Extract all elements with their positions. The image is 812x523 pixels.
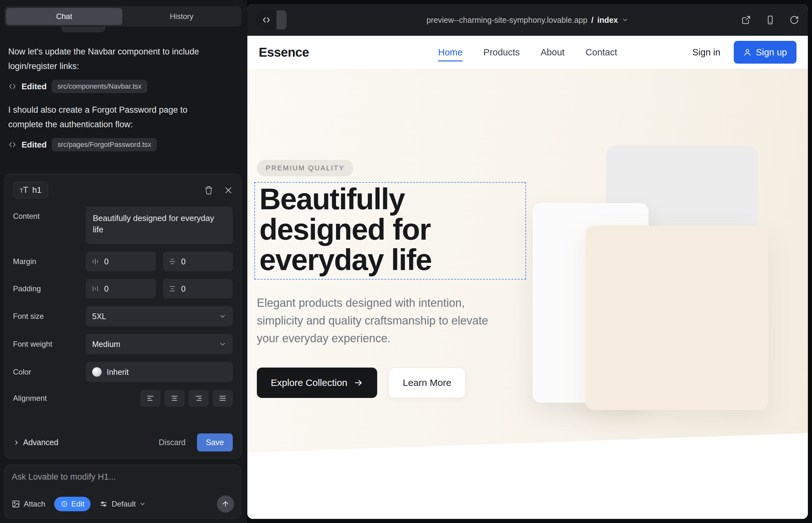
editor-footer: Advanced Discard Save [13,433,233,451]
app: Chat History Now let's update the Navbar… [0,0,812,523]
font-size-label: Font size [13,312,86,321]
padding-label: Padding [13,284,86,293]
sign-up-button[interactable]: Sign up [734,41,796,64]
brand-logo[interactable]: Essence [259,45,309,59]
padding-vertical-icon [91,285,99,292]
nav-link-home[interactable]: Home [438,47,462,61]
tab-history[interactable]: History [124,8,240,25]
alignment-buttons [86,390,233,407]
align-left-icon [146,394,155,402]
sliders-icon [100,500,108,508]
refresh-icon [790,15,799,25]
edit-label: Edit [71,500,84,508]
explore-collection-button[interactable]: Explore Collection [257,367,377,398]
align-right-button[interactable] [189,390,209,407]
font-weight-select[interactable]: Medium [86,334,233,354]
site-preview: Essence Home Products About Contact Sign… [247,36,808,519]
margin-horizontal-value: 0 [181,257,186,266]
hero-description: Elegant products designed with intention… [257,294,502,347]
margin-horizontal-icon [169,258,176,265]
edited-label: Edited [21,82,47,91]
font-size-select[interactable]: 5XL [86,306,233,326]
hero-section: PREMIUM QUALITY Beautifully designed for… [247,69,808,519]
chat-message: Now let's update the Navbar component to… [8,44,211,73]
advanced-toggle[interactable]: Advanced [13,438,58,447]
trash-icon [204,186,213,195]
hero-headline[interactable]: Beautifully designed for everyday life [259,184,525,275]
padding-horizontal-icon [169,285,176,292]
prompt-input[interactable] [12,472,234,495]
edited-file-row: Edited src/pages/ForgotPassword.tsx [8,138,211,151]
url-host: preview--charming-site-symphony.lovable.… [427,16,587,25]
hero-badge: PREMIUM QUALITY [257,160,353,176]
sign-in-link[interactable]: Sign in [692,47,721,58]
delete-element-button[interactable] [204,186,213,195]
refresh-button[interactable] [790,15,799,25]
color-picker[interactable]: Inherit [86,362,233,382]
explore-collection-label: Explore Collection [271,377,348,388]
default-mode-button[interactable]: Default [100,500,146,508]
margin-label: Margin [13,257,86,266]
color-label: Color [13,367,86,376]
padding-horizontal-input[interactable]: 0 [163,279,233,299]
font-size-value: 5XL [92,312,106,321]
save-button[interactable]: Save [197,433,233,451]
align-right-icon [194,394,203,402]
element-editor-panel: TT h1 Content Margin [4,174,241,459]
edit-mode-button[interactable]: Edit [54,497,91,511]
attach-label: Attach [24,500,45,508]
margin-vertical-input[interactable]: 0 [86,252,156,271]
font-weight-label: Font weight [13,340,86,348]
element-tag-pill[interactable]: TT h1 [13,182,48,198]
url-display[interactable]: preview--charming-site-symphony.lovable.… [427,16,629,25]
send-button[interactable] [217,495,234,512]
close-editor-button[interactable] [224,186,233,195]
edited-file-row: Edited src/components/Navbar.tsx [8,80,211,93]
chat-history-tabs: Chat History [4,6,241,26]
advanced-label: Advanced [23,438,58,447]
mobile-icon [765,15,775,25]
edited-label: Edited [21,140,47,150]
padding-vertical-input[interactable]: 0 [86,279,156,299]
editor-header: TT h1 [13,182,233,198]
nav-link-about[interactable]: About [541,47,565,58]
device-preview-button[interactable] [765,15,775,25]
composer: Attach Edit Default [4,465,241,519]
h1-selection-box: Beautifully designed for everyday life [254,182,526,279]
tab-chat[interactable]: Chat [6,8,122,25]
file-chip[interactable]: src/components/Navbar.tsx [52,80,147,93]
align-center-icon [170,394,179,402]
nav-link-products[interactable]: Products [483,47,520,58]
align-center-button[interactable] [164,390,184,407]
color-value: Inherit [107,367,128,377]
arrow-right-icon [354,378,363,387]
learn-more-button[interactable]: Learn More [389,367,465,398]
chat-message: I should also create a Forgot Password p… [8,103,211,132]
margin-horizontal-input[interactable]: 0 [163,252,233,271]
content-label: Content [13,207,86,221]
browser-topbar: preview--charming-site-symphony.lovable.… [247,4,808,36]
site-navbar: Essence Home Products About Contact Sign… [247,36,808,69]
chat-messages: Now let's update the Navbar component to… [8,44,211,161]
url-separator: / [591,16,594,25]
align-justify-button[interactable] [212,390,233,407]
default-label: Default [111,500,136,508]
padding-vertical-value: 0 [104,284,109,293]
text-type-icon: TT [20,185,28,195]
chevron-down-icon [139,501,146,507]
left-panel: Chat History Now let's update the Navbar… [0,0,247,523]
open-external-button[interactable] [741,15,751,25]
discard-button[interactable]: Discard [159,438,186,447]
align-left-button[interactable] [140,390,161,407]
font-weight-value: Medium [92,340,120,349]
code-view-toggle[interactable] [256,11,287,30]
nav-link-contact[interactable]: Contact [586,47,617,58]
attach-button[interactable]: Attach [12,500,45,508]
content-field[interactable] [86,207,233,244]
target-icon [60,500,68,508]
margin-vertical-value: 0 [104,257,109,266]
decorative-shape-beige [586,226,768,410]
user-icon [743,48,752,56]
image-icon [12,500,20,508]
file-chip[interactable]: src/pages/ForgotPassword.tsx [52,138,157,151]
